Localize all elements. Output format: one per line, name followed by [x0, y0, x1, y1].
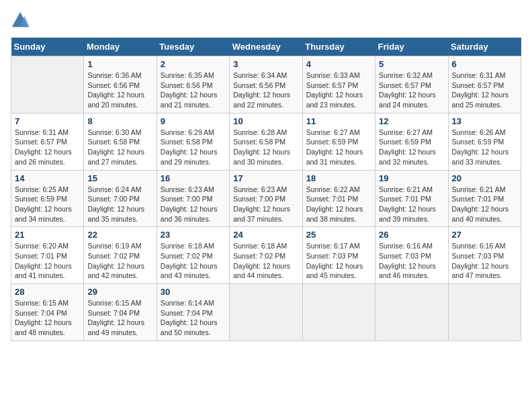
- day-number: 17: [233, 173, 298, 183]
- day-number: 9: [161, 116, 226, 126]
- calendar-cell: 24Sunrise: 6:18 AMSunset: 7:02 PMDayligh…: [230, 227, 302, 284]
- day-info: Sunrise: 6:31 AMSunset: 6:57 PMDaylight:…: [15, 128, 80, 167]
- day-info: Sunrise: 6:28 AMSunset: 6:58 PMDaylight:…: [233, 128, 298, 167]
- day-number: 25: [306, 230, 371, 240]
- day-info: Sunrise: 6:16 AMSunset: 7:03 PMDaylight:…: [452, 241, 517, 281]
- calendar-cell: 11Sunrise: 6:27 AMSunset: 6:59 PMDayligh…: [302, 113, 375, 170]
- calendar-cell: 20Sunrise: 6:21 AMSunset: 7:01 PMDayligh…: [448, 170, 521, 227]
- calendar-cell: 16Sunrise: 6:23 AMSunset: 7:00 PMDayligh…: [157, 170, 229, 227]
- calendar-cell: 19Sunrise: 6:21 AMSunset: 7:01 PMDayligh…: [375, 170, 448, 227]
- calendar-cell: 4Sunrise: 6:33 AMSunset: 6:57 PMDaylight…: [302, 56, 375, 113]
- calendar-cell: [230, 284, 302, 341]
- day-info: Sunrise: 6:34 AMSunset: 6:56 PMDaylight:…: [233, 71, 298, 110]
- day-info: Sunrise: 6:18 AMSunset: 7:02 PMDaylight:…: [161, 241, 226, 281]
- week-row-1: 1Sunrise: 6:36 AMSunset: 6:56 PMDaylight…: [11, 56, 521, 113]
- day-number: 10: [233, 116, 298, 126]
- day-info: Sunrise: 6:18 AMSunset: 7:02 PMDaylight:…: [233, 241, 298, 281]
- day-header-thursday: Thursday: [302, 38, 375, 56]
- day-number: 20: [452, 173, 517, 183]
- day-number: 4: [306, 59, 371, 69]
- day-number: 13: [452, 116, 517, 126]
- logo: [11, 11, 31, 30]
- day-header-saturday: Saturday: [448, 38, 521, 56]
- calendar-cell: 23Sunrise: 6:18 AMSunset: 7:02 PMDayligh…: [157, 227, 229, 284]
- day-number: 26: [379, 230, 444, 240]
- calendar-cell: [448, 284, 521, 341]
- calendar-cell: 10Sunrise: 6:28 AMSunset: 6:58 PMDayligh…: [230, 113, 302, 170]
- day-info: Sunrise: 6:27 AMSunset: 6:59 PMDaylight:…: [379, 128, 444, 167]
- week-row-2: 7Sunrise: 6:31 AMSunset: 6:57 PMDaylight…: [11, 113, 521, 170]
- day-info: Sunrise: 6:23 AMSunset: 7:00 PMDaylight:…: [161, 185, 226, 224]
- day-number: 23: [161, 230, 226, 240]
- calendar-cell: 9Sunrise: 6:29 AMSunset: 6:58 PMDaylight…: [157, 113, 229, 170]
- day-number: 6: [452, 59, 517, 69]
- day-number: 16: [161, 173, 226, 183]
- calendar-cell: 12Sunrise: 6:27 AMSunset: 6:59 PMDayligh…: [375, 113, 448, 170]
- calendar-cell: 28Sunrise: 6:15 AMSunset: 7:04 PMDayligh…: [11, 284, 84, 341]
- calendar-cell: 17Sunrise: 6:23 AMSunset: 7:00 PMDayligh…: [230, 170, 302, 227]
- day-number: 29: [87, 287, 152, 297]
- week-row-3: 14Sunrise: 6:25 AMSunset: 6:59 PMDayligh…: [11, 170, 521, 227]
- day-number: 18: [306, 173, 371, 183]
- calendar-cell: 30Sunrise: 6:14 AMSunset: 7:04 PMDayligh…: [157, 284, 229, 341]
- day-info: Sunrise: 6:20 AMSunset: 7:01 PMDaylight:…: [15, 241, 80, 281]
- calendar-cell: 2Sunrise: 6:35 AMSunset: 6:56 PMDaylight…: [157, 56, 229, 113]
- day-info: Sunrise: 6:36 AMSunset: 6:56 PMDaylight:…: [87, 71, 152, 110]
- day-info: Sunrise: 6:33 AMSunset: 6:57 PMDaylight:…: [306, 71, 371, 110]
- day-number: 24: [233, 230, 298, 240]
- calendar-cell: 15Sunrise: 6:24 AMSunset: 7:00 PMDayligh…: [84, 170, 157, 227]
- calendar-cell: 18Sunrise: 6:22 AMSunset: 7:01 PMDayligh…: [302, 170, 375, 227]
- day-info: Sunrise: 6:31 AMSunset: 6:57 PMDaylight:…: [452, 71, 517, 110]
- day-info: Sunrise: 6:24 AMSunset: 7:00 PMDaylight:…: [87, 185, 152, 224]
- day-header-sunday: Sunday: [11, 38, 84, 56]
- calendar-cell: 13Sunrise: 6:26 AMSunset: 6:59 PMDayligh…: [448, 113, 521, 170]
- day-info: Sunrise: 6:35 AMSunset: 6:56 PMDaylight:…: [161, 71, 226, 110]
- calendar-body: 1Sunrise: 6:36 AMSunset: 6:56 PMDaylight…: [11, 56, 521, 341]
- day-number: 21: [15, 230, 80, 240]
- day-info: Sunrise: 6:17 AMSunset: 7:03 PMDaylight:…: [306, 241, 371, 281]
- day-header-friday: Friday: [375, 38, 448, 56]
- calendar-cell: 6Sunrise: 6:31 AMSunset: 6:57 PMDaylight…: [448, 56, 521, 113]
- day-header-monday: Monday: [84, 38, 157, 56]
- day-number: 8: [87, 116, 152, 126]
- day-number: 15: [87, 173, 152, 183]
- day-number: 27: [452, 230, 517, 240]
- week-row-5: 28Sunrise: 6:15 AMSunset: 7:04 PMDayligh…: [11, 284, 521, 341]
- day-number: 2: [161, 59, 226, 69]
- calendar-cell: [302, 284, 375, 341]
- day-header-tuesday: Tuesday: [157, 38, 229, 56]
- calendar-cell: [11, 56, 84, 113]
- day-info: Sunrise: 6:15 AMSunset: 7:04 PMDaylight:…: [87, 298, 152, 338]
- day-info: Sunrise: 6:19 AMSunset: 7:02 PMDaylight:…: [87, 241, 152, 281]
- calendar-cell: 7Sunrise: 6:31 AMSunset: 6:57 PMDaylight…: [11, 113, 84, 170]
- day-info: Sunrise: 6:25 AMSunset: 6:59 PMDaylight:…: [15, 185, 80, 224]
- day-number: 11: [306, 116, 371, 126]
- day-info: Sunrise: 6:14 AMSunset: 7:04 PMDaylight:…: [161, 298, 226, 338]
- week-row-4: 21Sunrise: 6:20 AMSunset: 7:01 PMDayligh…: [11, 227, 521, 284]
- day-number: 1: [87, 59, 152, 69]
- day-info: Sunrise: 6:26 AMSunset: 6:59 PMDaylight:…: [452, 128, 517, 167]
- day-number: 22: [87, 230, 152, 240]
- day-number: 12: [379, 116, 444, 126]
- day-number: 30: [161, 287, 226, 297]
- calendar-cell: 1Sunrise: 6:36 AMSunset: 6:56 PMDaylight…: [84, 56, 157, 113]
- calendar-cell: 25Sunrise: 6:17 AMSunset: 7:03 PMDayligh…: [302, 227, 375, 284]
- logo-icon: [11, 11, 30, 30]
- day-info: Sunrise: 6:23 AMSunset: 7:00 PMDaylight:…: [233, 185, 298, 224]
- day-info: Sunrise: 6:21 AMSunset: 7:01 PMDaylight:…: [452, 185, 517, 224]
- calendar-cell: 27Sunrise: 6:16 AMSunset: 7:03 PMDayligh…: [448, 227, 521, 284]
- day-info: Sunrise: 6:32 AMSunset: 6:57 PMDaylight:…: [379, 71, 444, 110]
- calendar-cell: 8Sunrise: 6:30 AMSunset: 6:58 PMDaylight…: [84, 113, 157, 170]
- page-header: [11, 11, 521, 30]
- day-info: Sunrise: 6:15 AMSunset: 7:04 PMDaylight:…: [15, 298, 80, 338]
- calendar-cell: 21Sunrise: 6:20 AMSunset: 7:01 PMDayligh…: [11, 227, 84, 284]
- day-info: Sunrise: 6:29 AMSunset: 6:58 PMDaylight:…: [161, 128, 226, 167]
- day-number: 5: [379, 59, 444, 69]
- calendar-table: SundayMondayTuesdayWednesdayThursdayFrid…: [11, 38, 521, 341]
- day-number: 19: [379, 173, 444, 183]
- day-info: Sunrise: 6:30 AMSunset: 6:58 PMDaylight:…: [87, 128, 152, 167]
- calendar-cell: [375, 284, 448, 341]
- day-info: Sunrise: 6:21 AMSunset: 7:01 PMDaylight:…: [379, 185, 444, 224]
- calendar-cell: 26Sunrise: 6:16 AMSunset: 7:03 PMDayligh…: [375, 227, 448, 284]
- day-info: Sunrise: 6:27 AMSunset: 6:59 PMDaylight:…: [306, 128, 371, 167]
